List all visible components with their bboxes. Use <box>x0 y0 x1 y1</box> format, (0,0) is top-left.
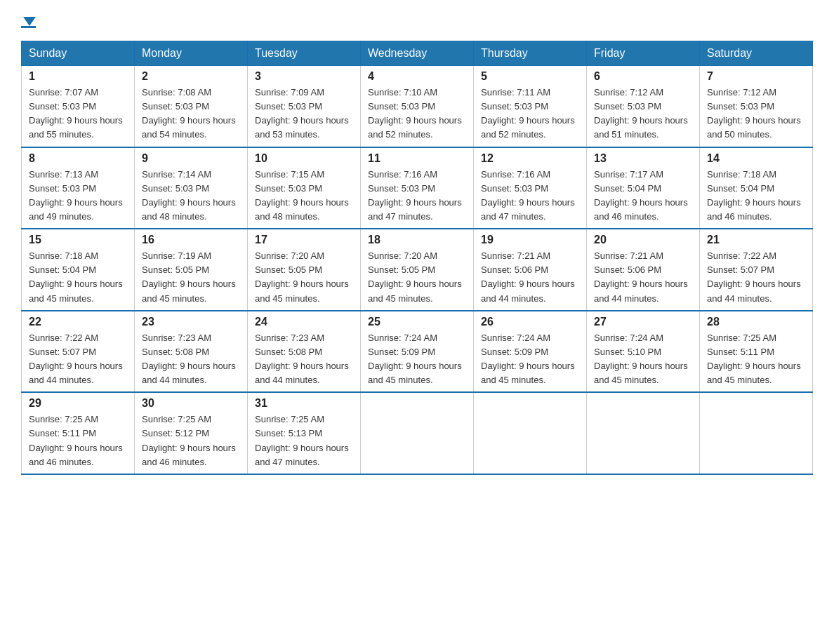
day-header-thursday: Thursday <box>474 41 587 66</box>
day-info: Sunrise: 7:23 AM Sunset: 5:08 PM Dayligh… <box>255 331 353 388</box>
day-info: Sunrise: 7:21 AM Sunset: 5:06 PM Dayligh… <box>481 249 579 306</box>
day-number: 26 <box>481 316 579 328</box>
logo <box>21 14 36 28</box>
day-header-saturday: Saturday <box>700 41 813 66</box>
day-info: Sunrise: 7:17 AM Sunset: 5:04 PM Dayligh… <box>594 168 692 224</box>
calendar-cell <box>587 392 700 474</box>
day-number: 20 <box>594 234 692 246</box>
day-info: Sunrise: 7:18 AM Sunset: 5:04 PM Dayligh… <box>29 249 127 306</box>
day-number: 22 <box>29 316 127 328</box>
day-info: Sunrise: 7:20 AM Sunset: 5:05 PM Dayligh… <box>255 249 353 306</box>
calendar-cell: 27 Sunrise: 7:24 AM Sunset: 5:10 PM Dayl… <box>587 311 700 393</box>
day-info: Sunrise: 7:07 AM Sunset: 5:03 PM Dayligh… <box>29 86 127 142</box>
day-info: Sunrise: 7:15 AM Sunset: 5:03 PM Dayligh… <box>255 168 353 224</box>
day-info: Sunrise: 7:25 AM Sunset: 5:12 PM Dayligh… <box>142 412 240 469</box>
day-info: Sunrise: 7:09 AM Sunset: 5:03 PM Dayligh… <box>255 86 353 142</box>
calendar-header-row: SundayMondayTuesdayWednesdayThursdayFrid… <box>22 41 813 66</box>
calendar-cell: 10 Sunrise: 7:15 AM Sunset: 5:03 PM Dayl… <box>248 147 361 229</box>
calendar-cell: 8 Sunrise: 7:13 AM Sunset: 5:03 PM Dayli… <box>22 147 135 229</box>
day-number: 15 <box>29 234 127 246</box>
day-number: 17 <box>255 234 353 246</box>
calendar-cell: 14 Sunrise: 7:18 AM Sunset: 5:04 PM Dayl… <box>700 147 813 229</box>
calendar-cell: 1 Sunrise: 7:07 AM Sunset: 5:03 PM Dayli… <box>22 66 135 147</box>
page-header <box>21 14 813 28</box>
calendar-week-row: 1 Sunrise: 7:07 AM Sunset: 5:03 PM Dayli… <box>22 66 813 147</box>
calendar-table: SundayMondayTuesdayWednesdayThursdayFrid… <box>21 41 813 475</box>
day-info: Sunrise: 7:14 AM Sunset: 5:03 PM Dayligh… <box>142 168 240 224</box>
calendar-week-row: 29 Sunrise: 7:25 AM Sunset: 5:11 PM Dayl… <box>22 392 813 474</box>
day-number: 12 <box>481 152 579 165</box>
day-info: Sunrise: 7:16 AM Sunset: 5:03 PM Dayligh… <box>368 168 466 224</box>
calendar-cell: 13 Sunrise: 7:17 AM Sunset: 5:04 PM Dayl… <box>587 147 700 229</box>
day-info: Sunrise: 7:22 AM Sunset: 5:07 PM Dayligh… <box>29 331 127 388</box>
day-number: 11 <box>368 152 466 165</box>
day-number: 16 <box>142 234 240 246</box>
day-number: 21 <box>707 234 805 246</box>
day-number: 25 <box>368 316 466 328</box>
day-info: Sunrise: 7:08 AM Sunset: 5:03 PM Dayligh… <box>142 86 240 142</box>
day-number: 10 <box>255 152 353 165</box>
day-header-tuesday: Tuesday <box>248 41 361 66</box>
day-info: Sunrise: 7:12 AM Sunset: 5:03 PM Dayligh… <box>707 86 805 142</box>
logo-line <box>21 26 36 28</box>
calendar-cell: 23 Sunrise: 7:23 AM Sunset: 5:08 PM Dayl… <box>135 311 248 393</box>
day-number: 7 <box>707 70 805 83</box>
day-info: Sunrise: 7:24 AM Sunset: 5:10 PM Dayligh… <box>594 331 692 388</box>
day-number: 18 <box>368 234 466 246</box>
day-info: Sunrise: 7:22 AM Sunset: 5:07 PM Dayligh… <box>707 249 805 306</box>
day-header-friday: Friday <box>587 41 700 66</box>
day-number: 27 <box>594 316 692 328</box>
day-info: Sunrise: 7:20 AM Sunset: 5:05 PM Dayligh… <box>368 249 466 306</box>
calendar-cell: 20 Sunrise: 7:21 AM Sunset: 5:06 PM Dayl… <box>587 229 700 311</box>
calendar-cell: 31 Sunrise: 7:25 AM Sunset: 5:13 PM Dayl… <box>248 392 361 474</box>
calendar-cell: 2 Sunrise: 7:08 AM Sunset: 5:03 PM Dayli… <box>135 66 248 147</box>
day-info: Sunrise: 7:12 AM Sunset: 5:03 PM Dayligh… <box>594 86 692 142</box>
day-info: Sunrise: 7:25 AM Sunset: 5:11 PM Dayligh… <box>29 412 127 469</box>
day-number: 6 <box>594 70 692 83</box>
calendar-cell: 21 Sunrise: 7:22 AM Sunset: 5:07 PM Dayl… <box>700 229 813 311</box>
calendar-cell: 9 Sunrise: 7:14 AM Sunset: 5:03 PM Dayli… <box>135 147 248 229</box>
calendar-cell: 26 Sunrise: 7:24 AM Sunset: 5:09 PM Dayl… <box>474 311 587 393</box>
day-number: 28 <box>707 316 805 328</box>
calendar-week-row: 15 Sunrise: 7:18 AM Sunset: 5:04 PM Dayl… <box>22 229 813 311</box>
day-number: 23 <box>142 316 240 328</box>
calendar-cell: 11 Sunrise: 7:16 AM Sunset: 5:03 PM Dayl… <box>361 147 474 229</box>
day-number: 1 <box>29 70 127 83</box>
calendar-week-row: 8 Sunrise: 7:13 AM Sunset: 5:03 PM Dayli… <box>22 147 813 229</box>
day-number: 13 <box>594 152 692 165</box>
day-number: 9 <box>142 152 240 165</box>
day-number: 8 <box>29 152 127 165</box>
day-number: 5 <box>481 70 579 83</box>
calendar-cell: 12 Sunrise: 7:16 AM Sunset: 5:03 PM Dayl… <box>474 147 587 229</box>
day-info: Sunrise: 7:24 AM Sunset: 5:09 PM Dayligh… <box>481 331 579 388</box>
calendar-cell: 30 Sunrise: 7:25 AM Sunset: 5:12 PM Dayl… <box>135 392 248 474</box>
calendar-cell: 29 Sunrise: 7:25 AM Sunset: 5:11 PM Dayl… <box>22 392 135 474</box>
calendar-cell: 6 Sunrise: 7:12 AM Sunset: 5:03 PM Dayli… <box>587 66 700 147</box>
calendar-cell: 28 Sunrise: 7:25 AM Sunset: 5:11 PM Dayl… <box>700 311 813 393</box>
day-number: 29 <box>29 397 127 410</box>
calendar-cell: 5 Sunrise: 7:11 AM Sunset: 5:03 PM Dayli… <box>474 66 587 147</box>
day-number: 24 <box>255 316 353 328</box>
day-info: Sunrise: 7:18 AM Sunset: 5:04 PM Dayligh… <box>707 168 805 224</box>
calendar-cell: 7 Sunrise: 7:12 AM Sunset: 5:03 PM Dayli… <box>700 66 813 147</box>
calendar-cell: 22 Sunrise: 7:22 AM Sunset: 5:07 PM Dayl… <box>22 311 135 393</box>
day-info: Sunrise: 7:25 AM Sunset: 5:11 PM Dayligh… <box>707 331 805 388</box>
day-info: Sunrise: 7:11 AM Sunset: 5:03 PM Dayligh… <box>481 86 579 142</box>
calendar-cell: 15 Sunrise: 7:18 AM Sunset: 5:04 PM Dayl… <box>22 229 135 311</box>
day-header-sunday: Sunday <box>22 41 135 66</box>
logo-triangle-icon <box>23 17 36 26</box>
calendar-cell <box>700 392 813 474</box>
day-info: Sunrise: 7:24 AM Sunset: 5:09 PM Dayligh… <box>368 331 466 388</box>
day-info: Sunrise: 7:19 AM Sunset: 5:05 PM Dayligh… <box>142 249 240 306</box>
calendar-cell <box>474 392 587 474</box>
calendar-cell: 18 Sunrise: 7:20 AM Sunset: 5:05 PM Dayl… <box>361 229 474 311</box>
day-number: 19 <box>481 234 579 246</box>
calendar-cell: 16 Sunrise: 7:19 AM Sunset: 5:05 PM Dayl… <box>135 229 248 311</box>
calendar-week-row: 22 Sunrise: 7:22 AM Sunset: 5:07 PM Dayl… <box>22 311 813 393</box>
day-info: Sunrise: 7:16 AM Sunset: 5:03 PM Dayligh… <box>481 168 579 224</box>
day-info: Sunrise: 7:21 AM Sunset: 5:06 PM Dayligh… <box>594 249 692 306</box>
day-info: Sunrise: 7:23 AM Sunset: 5:08 PM Dayligh… <box>142 331 240 388</box>
day-header-wednesday: Wednesday <box>361 41 474 66</box>
day-number: 3 <box>255 70 353 83</box>
day-number: 14 <box>707 152 805 165</box>
